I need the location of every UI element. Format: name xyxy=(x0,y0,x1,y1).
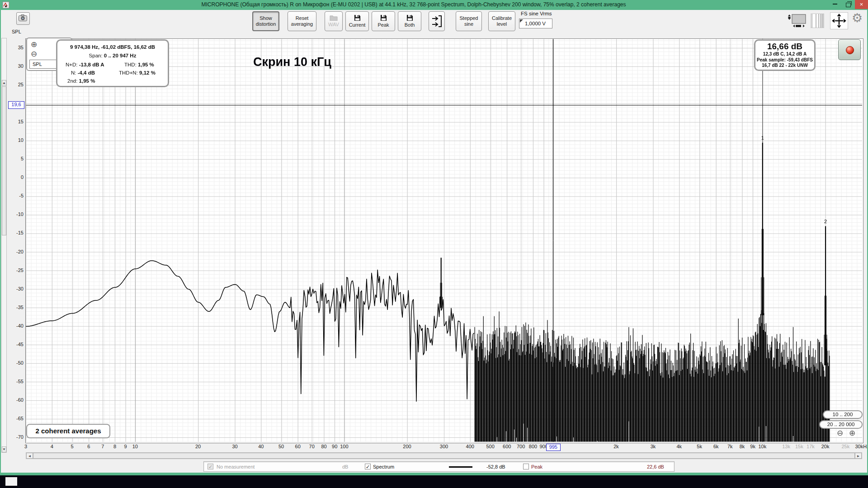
no-measurement-label: No measurement xyxy=(217,464,255,469)
stepped-sine-button[interactable]: Stepped sine xyxy=(456,11,482,31)
show-distortion-button[interactable]: Show distortion xyxy=(252,11,279,31)
peak-value: 22,6 dB xyxy=(647,464,664,469)
scroll-right-button[interactable]: ► xyxy=(855,453,862,459)
h2-value: 1,95 % xyxy=(79,78,95,84)
fs-sine-input[interactable]: 1,0000 V xyxy=(519,19,552,28)
vertical-scroll-thumb[interactable] xyxy=(2,86,6,235)
spectrum-checkbox[interactable]: ✓ xyxy=(365,464,371,469)
save-both-label: Both xyxy=(405,22,415,28)
horizontal-scroll-thumb[interactable] xyxy=(33,453,855,459)
fs-sine-value: 1,0000 V xyxy=(525,21,546,26)
y-tick: 35 xyxy=(7,45,24,50)
x-tick: 20 xyxy=(188,444,208,449)
scroll-left-button[interactable]: ◄ xyxy=(26,453,33,459)
scale-display-button[interactable] xyxy=(787,13,807,28)
settings-button[interactable]: ⚙ xyxy=(852,11,866,27)
y-tick: -20 xyxy=(7,249,24,254)
y-tick: 30 xyxy=(7,63,24,69)
y-tick: -30 xyxy=(7,286,24,291)
no-measurement-checkbox[interactable]: ✓ xyxy=(208,464,213,469)
h2-label: 2nd: xyxy=(67,78,77,84)
span-value: 0 .. 20 947 Hz xyxy=(104,53,137,58)
save-both-button[interactable]: Both xyxy=(398,11,421,31)
close-icon: × xyxy=(860,1,863,8)
x-tick: 200 xyxy=(397,444,417,449)
arrow-down-icon: ▼ xyxy=(2,447,6,451)
scale-display-icon xyxy=(787,13,807,28)
spl-axis-title: SPL xyxy=(12,29,21,34)
restore-button[interactable] xyxy=(842,0,854,9)
x-zoom-out-button[interactable]: ⊖ xyxy=(837,429,843,437)
zoom-out-icon: ⊖ xyxy=(837,429,843,437)
arrow-up-icon: ▲ xyxy=(2,81,6,85)
x-tick: 2k xyxy=(606,444,626,449)
x-zoom-in-button[interactable]: ⊕ xyxy=(849,429,855,437)
screenshot-button[interactable] xyxy=(16,12,30,25)
calibrate-level-button[interactable]: Calibrate level xyxy=(488,11,515,31)
save-icon xyxy=(406,14,413,21)
x-tick: 20k xyxy=(816,444,835,449)
x-tick: 40 xyxy=(251,444,271,449)
show-distortion-label: Show distortion xyxy=(253,15,278,27)
reset-averaging-button[interactable]: Reset averaging xyxy=(288,11,316,31)
save-current-label: Current xyxy=(349,22,366,28)
check-icon: ✓ xyxy=(366,464,370,469)
thd-label: THD: xyxy=(124,62,137,67)
save-current-button[interactable]: Current xyxy=(345,11,369,31)
wav-button[interactable]: WAV xyxy=(325,11,343,31)
chart-title: Скрин 10 кГц xyxy=(253,55,331,69)
y-tick: 15 xyxy=(7,119,24,124)
log-grid-button[interactable] xyxy=(811,14,824,28)
spectrum-line-swatch xyxy=(449,466,472,468)
camera-icon xyxy=(19,14,27,21)
nd-label: N+D: xyxy=(66,62,78,67)
x-tick: 3k xyxy=(643,444,663,449)
zoom-out-icon: ⊖ xyxy=(31,50,37,58)
scroll-down-button[interactable]: ▼ xyxy=(2,446,6,452)
arrow-left-icon: ◄ xyxy=(28,454,32,458)
folder-icon xyxy=(330,15,338,21)
h2-line: 2nd: 1,95 % xyxy=(67,78,95,84)
spectrum-plot[interactable] xyxy=(26,39,862,442)
horizontal-scrollbar[interactable]: ◄ ► xyxy=(26,452,862,459)
cursor-readout-line1: 9 974,38 Hz, -61,02 dBFS, 16,62 dB xyxy=(57,44,168,50)
thd-line: THD: 1,95 % xyxy=(124,62,154,67)
spinner-corner-icon xyxy=(520,19,523,23)
taskbar-button[interactable] xyxy=(5,477,17,486)
save-peak-button[interactable]: Peak xyxy=(372,11,395,31)
x-tick: 30 xyxy=(225,444,245,449)
minimize-icon xyxy=(833,4,837,5)
save-icon xyxy=(354,14,361,21)
y-tick: -40 xyxy=(7,323,24,328)
n-label: N: xyxy=(71,70,76,75)
loopback-button[interactable] xyxy=(429,11,445,31)
n-line: N: -4,4 dB xyxy=(71,70,95,75)
reset-averaging-label: Reset averaging xyxy=(288,15,316,27)
y-tick: -60 xyxy=(7,397,24,403)
peak-checkbox[interactable] xyxy=(523,464,529,469)
range-10-200-button[interactable]: 10 .. 200 xyxy=(823,410,863,419)
zoom-in-icon: ⊕ xyxy=(31,40,37,49)
x-tick: 100 xyxy=(334,444,354,449)
y-tick: -70 xyxy=(7,434,24,440)
check-icon: ✓ xyxy=(208,464,212,469)
restore-icon xyxy=(846,3,851,7)
measurement-bar: ✓ No measurement dB ✓ Spectrum -52,8 dB … xyxy=(203,461,675,472)
scroll-up-button[interactable]: ▲ xyxy=(2,80,6,86)
x-tick: 4 xyxy=(42,444,62,449)
close-button[interactable]: × xyxy=(855,0,868,9)
x-tick: 10k xyxy=(752,444,772,449)
range-20-20000-button[interactable]: 20 .. 20 000 xyxy=(819,420,863,429)
vertical-scrollbar[interactable]: ▲ ▼ xyxy=(1,38,7,453)
window-left-edge xyxy=(0,10,1,474)
zoom-in-button[interactable]: ⊕ xyxy=(31,41,37,48)
x-tick: 400 xyxy=(460,444,480,449)
nd-line: N+D: -13,8 dB A xyxy=(66,62,104,67)
cursor-readout-box: 9 974,38 Hz, -61,02 dBFS, 16,62 dB Span:… xyxy=(56,39,169,87)
pan-button[interactable] xyxy=(830,12,848,29)
minimize-button[interactable] xyxy=(829,0,841,9)
y-tick: -65 xyxy=(7,416,24,421)
zoom-out-button[interactable]: ⊖ xyxy=(31,50,37,58)
y-tick: 10 xyxy=(7,137,24,143)
record-button[interactable] xyxy=(838,39,861,60)
